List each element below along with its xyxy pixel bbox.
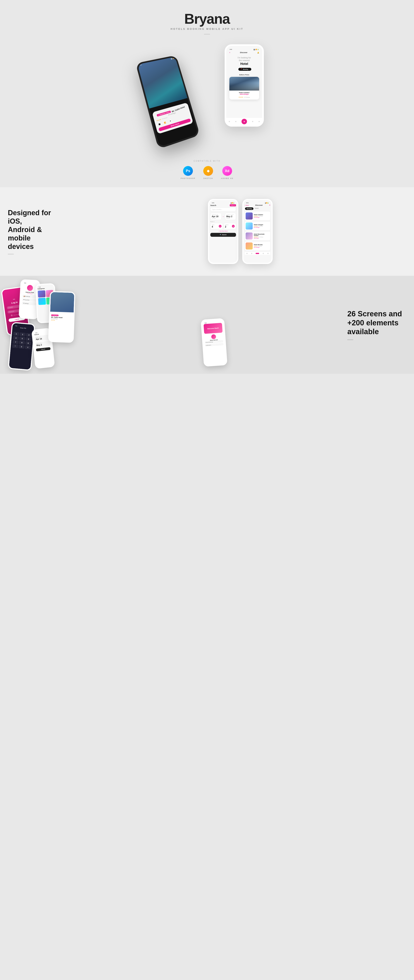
photoshop-icon: Ps <box>183 166 193 176</box>
checkout-box[interactable]: CHECK OUT May 2 Monday <box>225 213 236 220</box>
hotel-name: Hotel Celadon <box>231 92 258 94</box>
key-7[interactable]: 7 <box>13 340 19 344</box>
feature-icon[interactable]: 🅿 <box>157 122 162 127</box>
nav-heart[interactable] <box>252 121 253 122</box>
nav-home[interactable] <box>229 121 230 122</box>
discover2-screen: 9:41 ▌📶🔋 < Back Discover ⚙ Nearby Hotel <box>244 200 271 263</box>
key-2[interactable]: 2 <box>20 332 25 336</box>
card-row-2[interactable]: Notifications <box>205 343 223 347</box>
hotel-info-content: ✦ PREMIUM Mt. Catlin Hotel $74.00/Night … <box>50 312 74 323</box>
key-4[interactable]: 4 <box>13 336 19 340</box>
key-5[interactable]: 5 <box>19 337 25 340</box>
ios-title: Designed for iOS, Android & mobile devic… <box>8 208 63 251</box>
compat-label: COMPATIBLE WITH <box>4 160 410 162</box>
hero-left-phone: 9:41 ▌▌ 📶 ✦ PREMIUM CHOICE Mt. Catlin Ho… <box>135 55 200 149</box>
hotel-stars-4: ★★★ 36 Ratings <box>254 245 269 247</box>
adults-col: Adults 4 <box>212 224 215 228</box>
discover2-signal: ▌📶🔋 <box>265 202 269 204</box>
discover-header: ≡ Discover 🔔 <box>228 51 260 54</box>
hotel-card-celadon[interactable]: Hotel Celadon $399.00/Night ★★★★ 26 Rati… <box>229 77 259 100</box>
nav2-active[interactable] <box>256 253 259 254</box>
children-count: 2 <box>225 225 229 228</box>
hotel-name-1: Hotel Celadon <box>254 214 269 215</box>
search-close-btn[interactable]: Close ✕ <box>230 204 236 207</box>
wifi-icon[interactable]: 📶 <box>162 120 167 125</box>
hotel-rating-row: ★★★★ 26 Ratings <box>231 95 258 99</box>
adobexd-label: ADOBE XD <box>221 177 234 179</box>
hotel-info-4: Hotel Nevada ★★★ 36 Ratings $144/Night <box>254 244 269 248</box>
gallery-item-3[interactable] <box>38 298 46 305</box>
profile-row-2[interactable]: ❤ Favorites <box>22 298 37 302</box>
hotel-price-2: $144/Night <box>254 227 269 228</box>
profile-row-3[interactable]: ⚙ Settings <box>22 302 37 305</box>
hotel-detail-card: ✦ PREMIUM CHOICE Mt. Catlin Hotel $74.00… <box>152 102 193 134</box>
discover-title: Discover <box>240 51 247 54</box>
hotel-price-1: $164/Night <box>254 217 269 218</box>
numpad-grid: 1 2 3 4 5 6 7 8 9 * 0 # <box>12 332 32 349</box>
back-btn[interactable]: < Back <box>245 205 249 206</box>
list-item[interactable]: Hotel Celadon ★★★★ 24 Ratings $164/Night <box>245 212 270 221</box>
profile-row-1[interactable]: 🏨 Bookings <box>22 294 37 298</box>
gallery-time: 9:41 <box>38 286 41 288</box>
key-hash[interactable]: # <box>25 345 31 349</box>
filter-icon[interactable]: ⚙ <box>269 204 270 206</box>
ps-label: Ps <box>186 169 190 173</box>
discover2-header: < Back Discover ⚙ <box>245 204 270 206</box>
sketch-label: SKETCH <box>203 177 213 179</box>
key-1[interactable]: 1 <box>13 332 19 336</box>
checkin-box[interactable]: CHECK IN Apr 18 Thursday <box>210 213 221 220</box>
adults-add-btn[interactable]: + <box>219 225 221 228</box>
key-8[interactable]: 8 <box>19 340 25 345</box>
key-6[interactable]: 6 <box>25 337 32 341</box>
children-add-btn[interactable]: + <box>232 225 235 228</box>
list-item[interactable]: Hotel Beachside Golden ★★★★ 324 Ratings … <box>245 231 270 240</box>
hotel-price: $399.00/Night <box>231 94 258 95</box>
key-9[interactable]: 9 <box>25 341 31 345</box>
add-room-link[interactable]: + Add New Room <box>210 231 236 232</box>
hotel-list: Hotel Celadon ★★★★ 24 Ratings $164/Night… <box>245 212 270 250</box>
login-time: 9:41 <box>13 298 15 300</box>
gallery-item-1[interactable] <box>38 290 46 298</box>
xd-label: Xd <box>225 169 229 173</box>
ios-divider <box>8 254 14 255</box>
bell-icon[interactable]: 🔔 <box>257 52 259 54</box>
search-input[interactable]: Type a location... <box>210 208 236 211</box>
checkbox[interactable] <box>11 314 13 316</box>
hero-section: Bryana HOTELS BOOKING MOBILE APP UI KIT … <box>0 0 414 156</box>
hotel-info-screen: ✦ PREMIUM Mt. Catlin Hotel $74.00/Night … <box>49 292 75 342</box>
profile-time: 9:41 <box>24 282 26 283</box>
nav-fab[interactable]: + <box>242 119 247 124</box>
search-screen-header: Search Close ✕ <box>210 204 236 207</box>
status-icons-left: ▌▌ 📶 <box>171 57 174 59</box>
nearby-btn[interactable]: 📍 Nearby ↓ <box>238 68 251 71</box>
discover2-status-bar: 9:41 ▌📶🔋 <box>245 202 270 204</box>
key-0[interactable]: 0 <box>18 345 24 349</box>
nav2-heart[interactable] <box>263 253 264 254</box>
list-item[interactable]: Hotel Cologne ★★★★ 15 Ratings $144/Night <box>245 221 270 231</box>
tab-hotel[interactable]: Hotel <box>255 207 258 210</box>
tab-nearby[interactable]: Nearby <box>245 207 253 210</box>
nav-search[interactable] <box>235 121 236 122</box>
ac-icon[interactable]: ❄ <box>168 119 173 124</box>
menu-icon[interactable]: ≡ <box>229 52 230 54</box>
compat-icons: Ps PHOTOSHOP ◆ SKETCH Xd ADOBE XD <box>4 166 410 179</box>
key-star[interactable]: * <box>12 344 18 348</box>
status-bar-right: 9:41 ▌▌ 📶 🔋 <box>228 48 260 51</box>
nav-profile[interactable] <box>258 121 260 122</box>
nav2-home[interactable] <box>247 253 248 254</box>
nav2-search[interactable] <box>251 253 252 254</box>
hero-divider <box>204 34 210 35</box>
search-screen-title: Search <box>210 204 216 207</box>
discover2-time: 9:41 <box>246 202 248 204</box>
hotel-info-img <box>50 292 74 312</box>
hotel-stars-3: ★★★★ 324 Ratings <box>254 236 269 237</box>
sketch-icon: ◆ <box>203 166 213 176</box>
nav2-profile[interactable] <box>268 253 269 254</box>
mini-search-btn[interactable]: Search <box>36 347 51 352</box>
hotel-thumb-1 <box>245 212 253 220</box>
list-item[interactable]: Hotel Nevada ★★★ 36 Ratings $144/Night <box>245 242 270 250</box>
bottom-nav-right: + <box>226 118 262 125</box>
search-action-btn[interactable]: 🔍 Search <box>210 233 236 237</box>
key-3[interactable]: 3 <box>26 333 32 337</box>
hero-subtitle: HOTELS BOOKING MOBILE APP UI KIT <box>4 27 410 30</box>
